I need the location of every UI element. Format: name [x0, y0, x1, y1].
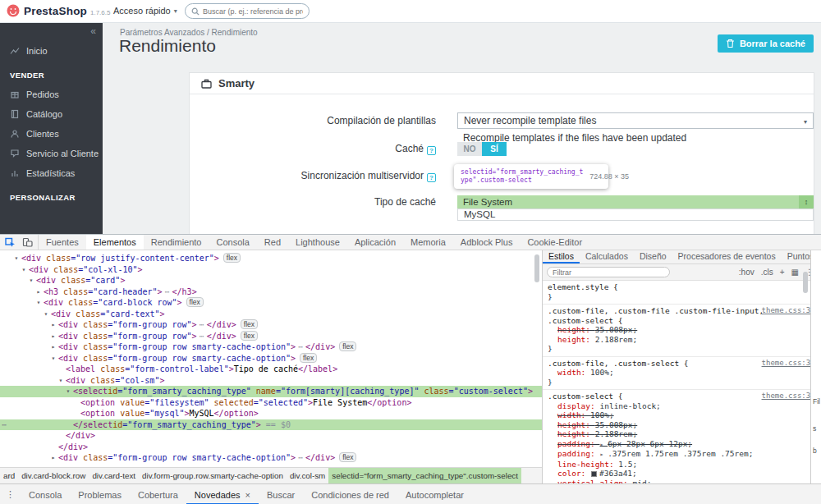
devtools-tab-consola[interactable]: Consola: [209, 235, 257, 250]
dom-tree-node[interactable]: <option value="mysql">MySQL</option>: [0, 408, 542, 419]
drawer-tab-cobertura[interactable]: Cobertura: [130, 484, 186, 504]
css-selector[interactable]: element.style {: [548, 282, 618, 291]
styles-tab-dise-o[interactable]: Diseño: [634, 250, 672, 263]
css-property[interactable]: height: 35.008px;: [548, 325, 818, 335]
styles-tool-[interactable]: +: [780, 268, 785, 277]
close-icon[interactable]: ×: [245, 490, 250, 500]
dom-breadcrumb-item[interactable]: div.col-sm: [287, 468, 328, 484]
devtools-tab-fuentes[interactable]: Fuentes: [39, 235, 86, 250]
css-property[interactable]: line-height: 1.5;: [548, 460, 818, 470]
help-icon[interactable]: ?: [427, 146, 436, 155]
toggle-yes[interactable]: SÍ: [482, 142, 507, 156]
toggle-no[interactable]: NO: [457, 142, 482, 156]
dom-tree-node[interactable]: ▸<div class="form-group row">⋯</div>flex: [0, 319, 542, 331]
collapse-arrow-icon[interactable]: ▾: [12, 253, 21, 264]
devtools-tab-aplicaci-n[interactable]: Aplicación: [347, 235, 403, 250]
sidebar-item-inicio[interactable]: Inicio: [0, 41, 103, 61]
dom-breadcrumb-item[interactable]: div.form-group.row.smarty-cache-option: [139, 468, 287, 484]
styles-tab-calculados[interactable]: Calculados: [580, 250, 634, 263]
styles-filter-input[interactable]: [547, 267, 670, 277]
devtools-tab-cookie-editor[interactable]: Cookie-Editor: [520, 235, 589, 250]
css-selector[interactable]: .custom-select {: [548, 392, 623, 401]
expand-arrow-icon[interactable]: ▸: [49, 319, 57, 331]
elements-scrollbar[interactable]: [534, 254, 539, 282]
sidebar-item-estad-sticas[interactable]: Estadísticas: [0, 163, 103, 183]
collapse-arrow-icon[interactable]: ▾: [34, 297, 43, 309]
dom-tree-node[interactable]: ▸<h3 class="card-header">⋯</h3>: [0, 286, 542, 298]
device-toolbar-icon[interactable]: [22, 237, 33, 248]
css-selector[interactable]: .custom-file, .custom-select {: [548, 359, 689, 368]
collapse-arrow-icon[interactable]: ▾: [49, 353, 57, 364]
search-input[interactable]: [203, 7, 303, 16]
drawer-tab-problemas[interactable]: Problemas: [70, 484, 130, 504]
styles-tab-estilos[interactable]: Estilos: [543, 250, 580, 263]
css-property[interactable]: display: inline-block;: [548, 401, 818, 411]
drawer-tab-autocompletar[interactable]: Autocompletar: [397, 484, 472, 504]
dom-breadcrumb-item[interactable]: ard: [0, 468, 18, 484]
styles-scrollbar[interactable]: [803, 272, 808, 293]
help-icon[interactable]: ?: [427, 173, 436, 182]
dom-tree-node[interactable]: ▾<div class="card-block row">flex: [0, 297, 542, 309]
css-property[interactable]: width: 100%;: [548, 368, 818, 378]
css-property[interactable]: width: 100%;: [548, 410, 818, 420]
expand-arrow-icon[interactable]: ▸: [49, 341, 57, 353]
expand-arrow-icon[interactable]: ▸: [34, 286, 43, 298]
option-mysql[interactable]: MySQL: [457, 208, 814, 221]
kebab-menu-icon[interactable]: ⋮: [0, 489, 21, 500]
dom-tree-node[interactable]: </div>: [0, 442, 542, 453]
search-box[interactable]: [185, 3, 310, 19]
expand-arrow-icon[interactable]: ▸: [49, 331, 57, 342]
styles-tool-cls[interactable]: .cls: [761, 268, 773, 277]
css-property[interactable]: height: 2.188rem;: [548, 429, 818, 439]
dom-tree-node[interactable]: ▸<div class="form-group row">⋯</div>flex: [0, 331, 542, 342]
dom-tree-node[interactable]: ▾<div class="col-sm">: [0, 375, 542, 387]
shorthand-arrow-icon[interactable]: ▸: [599, 441, 608, 448]
styles-tool-hov[interactable]: :hov: [739, 268, 754, 277]
dom-tree-node[interactable]: ▸<div class="form-group row smarty-cache…: [0, 341, 542, 353]
dom-tree-node[interactable]: ⋯</selectid="form_smarty_caching_type"> …: [0, 419, 542, 431]
dom-tree-node[interactable]: ▾<div class="form-group row smarty-cache…: [0, 353, 542, 364]
devtools-tab-memoria[interactable]: Memoria: [403, 235, 453, 250]
grid-icon[interactable]: ▦: [791, 268, 799, 277]
sidebar-item-servicio-al-cliente[interactable]: Servicio al Cliente: [0, 144, 103, 163]
collapse-arrow-icon[interactable]: ▾: [20, 264, 28, 276]
inspect-element-icon[interactable]: [5, 237, 16, 248]
drawer-tab-consola[interactable]: Consola: [21, 484, 70, 504]
dom-breadcrumb-item[interactable]: div.card-text: [89, 468, 139, 484]
option-recompile-templates[interactable]: Recompile templates if the files have be…: [457, 132, 814, 144]
cache-type-select[interactable]: File System ↕: [457, 195, 814, 208]
css-property[interactable]: color: #363a41;: [548, 469, 818, 479]
css-property[interactable]: height: 35.008px;: [548, 420, 818, 430]
dom-breadcrumb-item[interactable]: selectid="form_smarty_caching_type".cust…: [328, 468, 521, 484]
styles-tab-procesadores-de-eventos[interactable]: Procesadores de eventos: [672, 250, 782, 263]
dom-tree-node[interactable]: </div>: [0, 430, 542, 442]
dom-tree-node[interactable]: ▾<div class="card">: [0, 275, 542, 286]
drawer-tab-novedades[interactable]: Novedades×: [186, 484, 259, 504]
collapse-arrow-icon[interactable]: ▾: [27, 275, 35, 286]
node-menu-dots-icon[interactable]: ⋯: [2, 419, 7, 431]
css-selector[interactable]: .custom-file, .custom-file .custom-file-…: [548, 306, 764, 315]
sidebar-item-clientes[interactable]: Clientes: [0, 124, 103, 144]
clear-cache-button[interactable]: Borrar la caché: [718, 34, 814, 53]
dom-tree-node[interactable]: ▾<div class="card-text">: [0, 309, 542, 320]
devtools-tab-rendimiento[interactable]: Rendimiento: [144, 235, 209, 250]
devtools-tab-red[interactable]: Red: [257, 235, 288, 250]
collapse-arrow-icon[interactable]: ▾: [57, 375, 65, 387]
dom-tree-node[interactable]: ▾<selectid="form_smarty_caching_type" na…: [0, 386, 542, 397]
drawer-tab-buscar[interactable]: Buscar: [259, 484, 303, 504]
dom-tree-node[interactable]: <option value="filesystem" selected="sel…: [0, 397, 542, 409]
dom-tree-node[interactable]: ▾<div class="col-xl-10">: [0, 264, 542, 276]
css-property[interactable]: padding: ▸ .375rem 1.75rem .375rem .75re…: [548, 449, 818, 460]
template-compilation-select[interactable]: Never recompile template files ▾: [457, 112, 814, 129]
devtools-tab-elementos[interactable]: Elementos: [86, 235, 144, 250]
dom-tree-node[interactable]: ▸<div class="form-group row smarty-cache…: [0, 452, 542, 464]
sidebar-item-cat-logo[interactable]: Catálogo: [0, 104, 103, 124]
drawer-tab-condiciones-de-red[interactable]: Condiciones de red: [303, 484, 397, 504]
dom-tree-node[interactable]: ▾<div class="row justify-content-center"…: [0, 253, 542, 264]
quick-access-menu[interactable]: Acceso rápido ▾: [113, 6, 177, 16]
expand-arrow-icon[interactable]: ▸: [49, 452, 57, 464]
devtools-tab-lighthouse[interactable]: Lighthouse: [288, 235, 347, 250]
css-property[interactable]: height: 2.188rem;: [548, 335, 818, 345]
collapse-arrow-icon[interactable]: ▾: [42, 309, 50, 320]
sidebar-collapse-button[interactable]: «: [90, 25, 96, 37]
